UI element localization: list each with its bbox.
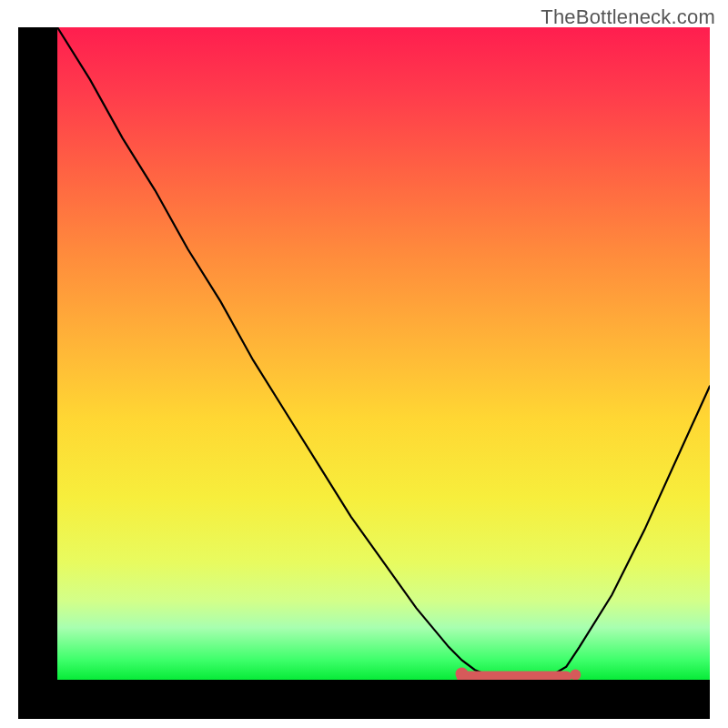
optimal-range-end-dot <box>570 669 581 680</box>
bottleneck-curve-path <box>57 27 710 679</box>
optimal-range-start-cap <box>456 667 469 680</box>
plot-area <box>57 27 710 680</box>
plot-frame <box>18 27 710 719</box>
attribution-label: TheBottleneck.com <box>541 5 715 29</box>
bottleneck-curve-svg <box>57 27 710 680</box>
chart-container: TheBottleneck.com <box>0 0 728 728</box>
